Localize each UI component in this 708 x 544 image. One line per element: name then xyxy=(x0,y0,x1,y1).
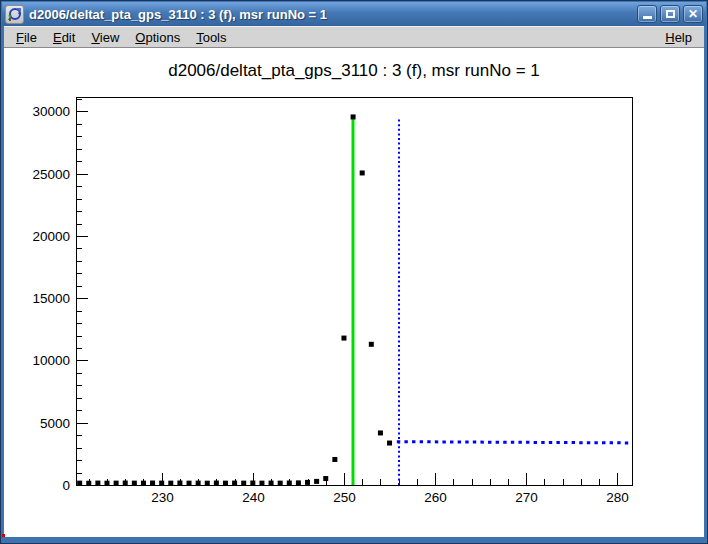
close-button[interactable]: ✕ xyxy=(683,5,703,23)
menu-file[interactable]: File xyxy=(8,28,45,47)
data-point xyxy=(250,481,255,486)
menu-edit[interactable]: Edit xyxy=(45,28,83,47)
root-logo-icon xyxy=(7,7,22,22)
data-point xyxy=(114,481,119,486)
data-point xyxy=(378,430,383,435)
data-point xyxy=(159,481,164,486)
data-point xyxy=(278,481,283,486)
y-axis: 050001000015000200002500030000 xyxy=(32,100,88,494)
resize-grip-dot xyxy=(2,534,5,537)
data-point xyxy=(150,481,155,486)
data-point xyxy=(104,481,109,486)
y-tick-label: 30000 xyxy=(32,104,70,119)
close-icon: ✕ xyxy=(688,8,698,20)
data-point xyxy=(205,481,210,486)
data-point xyxy=(369,342,374,347)
data-point xyxy=(214,481,219,486)
y-tick-label: 5000 xyxy=(40,416,70,431)
data-points xyxy=(77,114,392,485)
data-point xyxy=(223,481,228,486)
data-point xyxy=(86,481,91,486)
y-tick-label: 10000 xyxy=(32,353,70,368)
x-tick-label: 270 xyxy=(515,490,538,505)
data-point xyxy=(351,114,356,119)
data-point xyxy=(305,480,310,485)
data-point xyxy=(196,481,201,486)
root-canvas-window: d2006/deltat_pta_gps_3110 : 3 (f), msr r… xyxy=(0,0,708,544)
x-tick-label: 260 xyxy=(424,490,447,505)
data-point xyxy=(314,479,319,484)
x-tick-label: 280 xyxy=(606,490,629,505)
data-point xyxy=(95,481,100,486)
menu-tools[interactable]: Tools xyxy=(188,28,234,47)
y-tick-label: 25000 xyxy=(32,167,70,182)
data-point xyxy=(241,481,246,486)
minimize-icon xyxy=(643,16,652,19)
root-app-icon[interactable] xyxy=(5,5,24,24)
data-point xyxy=(360,170,365,175)
x-tick-label: 250 xyxy=(333,490,356,505)
menu-options[interactable]: Options xyxy=(127,28,188,47)
data-point xyxy=(168,481,173,486)
data-point xyxy=(341,336,346,341)
x-axis: 230240250260270280 xyxy=(90,473,629,505)
maximize-button[interactable] xyxy=(660,5,680,23)
data-point xyxy=(269,481,274,486)
window-title: d2006/deltat_pta_gps_3110 : 3 (f), msr r… xyxy=(29,7,632,22)
x-tick-label: 230 xyxy=(151,490,174,505)
data-point xyxy=(387,441,392,446)
maximize-icon xyxy=(666,10,675,18)
x-tick-label: 240 xyxy=(242,490,265,505)
data-point xyxy=(259,481,264,486)
data-point xyxy=(141,481,146,486)
data-point xyxy=(123,481,128,486)
theory-line xyxy=(397,442,631,443)
menu-bar: File Edit View Options Tools Help xyxy=(4,26,704,48)
y-tick-label: 15000 xyxy=(32,291,70,306)
data-point xyxy=(132,481,137,486)
y-tick-label: 20000 xyxy=(32,229,70,244)
data-point xyxy=(323,476,328,481)
y-tick-label: 0 xyxy=(62,478,70,493)
data-point xyxy=(287,481,292,486)
minimize-button[interactable] xyxy=(637,5,657,23)
plot-area[interactable]: 2302402502602702800500010000150002000025… xyxy=(4,48,704,537)
plot-canvas[interactable]: d2006/deltat_pta_gps_3110 : 3 (f), msr r… xyxy=(4,48,704,537)
data-point xyxy=(332,457,337,462)
title-bar[interactable]: d2006/deltat_pta_gps_3110 : 3 (f), msr r… xyxy=(2,2,706,26)
menu-view[interactable]: View xyxy=(83,28,127,47)
window-controls: ✕ xyxy=(637,5,703,23)
data-point xyxy=(232,481,237,486)
data-point xyxy=(77,481,82,486)
data-point xyxy=(296,480,301,485)
data-point xyxy=(187,481,192,486)
data-point xyxy=(177,481,182,486)
menu-help[interactable]: Help xyxy=(657,28,700,47)
